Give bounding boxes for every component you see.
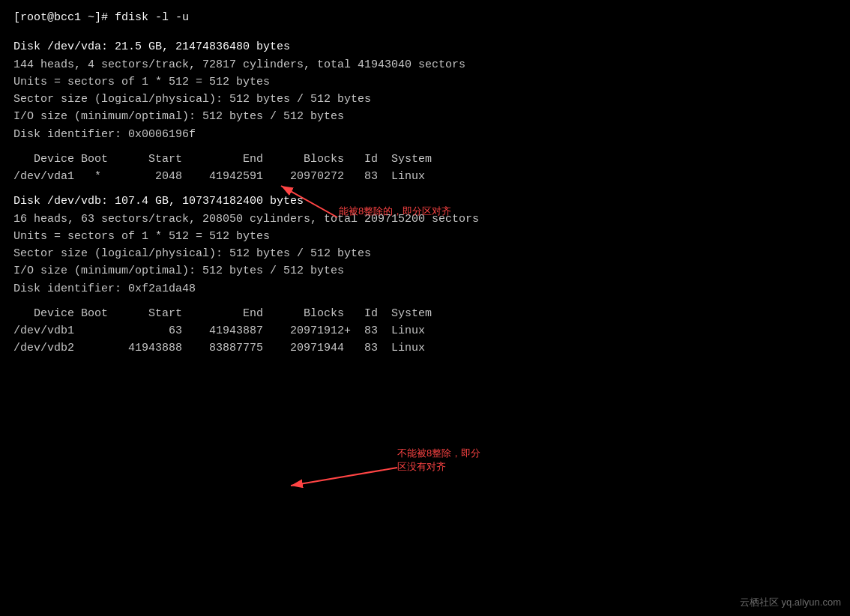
vdb1-row: /dev/vdb1 63 41943887 20971912+ 83 Linux (13, 322, 837, 339)
vdb-units-line: Units = sectors of 1 * 512 = 512 bytes (13, 228, 837, 245)
vda-heads-line: 144 heads, 4 sectors/track, 72817 cylind… (13, 56, 837, 73)
annotation1-text: 能被8整除的，即分区对齐 (339, 204, 451, 219)
watermark: 云栖社区 yq.aliyun.com (740, 595, 841, 610)
vdb-sector-size-line: Sector size (logical/physical): 512 byte… (13, 245, 837, 262)
vda-table-header: Device Boot Start End Blocks Id System (13, 151, 837, 168)
vdb-table-header: Device Boot Start End Blocks Id System (13, 305, 837, 322)
prompt-line: [root@bcc1 ~]# fdisk -l -u (13, 9, 837, 26)
vda1-row: /dev/vda1 * 2048 41942591 20970272 83 Li… (13, 168, 837, 185)
vdb2-row: /dev/vdb2 41943888 83887775 20971944 83 … (13, 339, 837, 357)
vdb-io-size-line: I/O size (minimum/optimal): 512 bytes / … (13, 262, 837, 280)
annotation2-text: 不能被8整除，即分区没有对齐 (397, 447, 480, 474)
vda-disk-line: Disk /dev/vda: 21.5 GB, 21474836480 byte… (13, 38, 837, 55)
terminal-window: [root@bcc1 ~]# fdisk -l -u Disk /dev/vda… (13, 9, 837, 357)
vda-io-size-line: I/O size (minimum/optimal): 512 bytes / … (13, 108, 837, 125)
vda-identifier-line: Disk identifier: 0x0006196f (13, 126, 837, 143)
vdb-identifier-line: Disk identifier: 0xf2a1da48 (13, 280, 837, 298)
svg-line-3 (291, 468, 397, 486)
vda-units-line: Units = sectors of 1 * 512 = 512 bytes (13, 73, 837, 91)
vda-sector-size-line: Sector size (logical/physical): 512 byte… (13, 91, 837, 108)
